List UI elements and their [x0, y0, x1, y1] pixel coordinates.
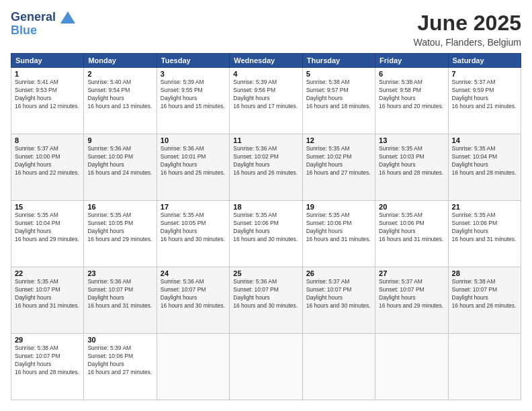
day-number: 16: [87, 203, 152, 211]
day-info: Sunrise: 5:40 AMSunset: 9:54 PMDaylight …: [87, 79, 152, 111]
day-number: 28: [452, 269, 517, 277]
weekday-header-thursday: Thursday: [302, 54, 375, 68]
day-info: Sunrise: 5:35 AMSunset: 10:06 PMDaylight…: [379, 212, 444, 244]
day-info: Sunrise: 5:39 AMSunset: 9:55 PMDaylight …: [161, 79, 226, 111]
day-number: 4: [233, 70, 298, 78]
day-info: Sunrise: 5:36 AMSunset: 10:02 PMDaylight…: [233, 145, 298, 177]
day-number: 23: [87, 269, 152, 277]
day-info: Sunrise: 5:37 AMSunset: 9:59 PMDaylight …: [452, 79, 517, 111]
day-number: 19: [306, 203, 371, 211]
table-row: 26Sunrise: 5:37 AMSunset: 10:07 PMDaylig…: [302, 267, 375, 334]
table-row: 29Sunrise: 5:38 AMSunset: 10:07 PMDaylig…: [11, 334, 84, 400]
table-row: 9Sunrise: 5:36 AMSunset: 10:00 PMDayligh…: [84, 134, 157, 201]
day-number: 13: [379, 136, 444, 144]
table-row: 22Sunrise: 5:35 AMSunset: 10:07 PMDaylig…: [11, 267, 84, 334]
day-info: Sunrise: 5:35 AMSunset: 10:06 PMDaylight…: [233, 212, 298, 244]
weekday-header-wednesday: Wednesday: [230, 54, 302, 68]
day-info: Sunrise: 5:39 AMSunset: 10:06 PMDaylight…: [87, 345, 152, 377]
day-info: Sunrise: 5:37 AMSunset: 10:00 PMDaylight…: [15, 145, 80, 177]
title-block: June 2025 Watou, Flanders, Belgium: [413, 11, 521, 48]
table-row: 12Sunrise: 5:35 AMSunset: 10:02 PMDaylig…: [302, 134, 375, 201]
table-row: 2Sunrise: 5:40 AMSunset: 9:54 PMDaylight…: [84, 68, 157, 134]
day-number: 5: [306, 70, 371, 78]
calendar: SundayMondayTuesdayWednesdayThursdayFrid…: [11, 53, 521, 400]
svg-marker-0: [60, 11, 75, 24]
table-row: 28Sunrise: 5:38 AMSunset: 10:07 PMDaylig…: [448, 267, 521, 334]
weekday-header-friday: Friday: [375, 54, 448, 68]
table-row: 14Sunrise: 5:35 AMSunset: 10:04 PMDaylig…: [448, 134, 521, 201]
day-number: 17: [161, 203, 226, 211]
table-row: 24Sunrise: 5:36 AMSunset: 10:07 PMDaylig…: [157, 267, 229, 334]
table-row: 3Sunrise: 5:39 AMSunset: 9:55 PMDaylight…: [157, 68, 229, 134]
logo-line2: Blue: [11, 24, 75, 38]
day-info: Sunrise: 5:38 AMSunset: 10:07 PMDaylight…: [452, 278, 517, 310]
day-info: Sunrise: 5:38 AMSunset: 10:07 PMDaylight…: [15, 345, 80, 377]
location-title: Watou, Flanders, Belgium: [413, 37, 521, 48]
day-info: Sunrise: 5:35 AMSunset: 10:04 PMDaylight…: [15, 212, 80, 244]
day-number: 26: [306, 269, 371, 277]
logo-line1: General: [11, 10, 56, 24]
day-number: 9: [87, 136, 152, 144]
table-row: 11Sunrise: 5:36 AMSunset: 10:02 PMDaylig…: [230, 134, 302, 201]
day-number: 15: [15, 203, 80, 211]
day-number: 21: [452, 203, 517, 211]
weekday-header-monday: Monday: [84, 54, 157, 68]
table-row: 17Sunrise: 5:35 AMSunset: 10:05 PMDaylig…: [157, 201, 229, 267]
table-row: 27Sunrise: 5:37 AMSunset: 10:07 PMDaylig…: [375, 267, 448, 334]
day-number: 29: [15, 336, 80, 344]
table-row: 25Sunrise: 5:36 AMSunset: 10:07 PMDaylig…: [230, 267, 302, 334]
table-row: [375, 334, 448, 400]
weekday-header-saturday: Saturday: [448, 54, 521, 68]
weekday-header-tuesday: Tuesday: [157, 54, 229, 68]
table-row: 5Sunrise: 5:38 AMSunset: 9:57 PMDaylight…: [302, 68, 375, 134]
day-number: 24: [161, 269, 226, 277]
table-row: 16Sunrise: 5:35 AMSunset: 10:05 PMDaylig…: [84, 201, 157, 267]
table-row: 15Sunrise: 5:35 AMSunset: 10:04 PMDaylig…: [11, 201, 84, 267]
table-row: 30Sunrise: 5:39 AMSunset: 10:06 PMDaylig…: [84, 334, 157, 400]
day-number: 12: [306, 136, 371, 144]
header: General Blue June 2025 Watou, Flanders, …: [11, 11, 521, 48]
day-number: 10: [161, 136, 226, 144]
table-row: [157, 334, 229, 400]
table-row: 19Sunrise: 5:35 AMSunset: 10:06 PMDaylig…: [302, 201, 375, 267]
table-row: 13Sunrise: 5:35 AMSunset: 10:03 PMDaylig…: [375, 134, 448, 201]
day-number: 22: [15, 269, 80, 277]
table-row: 7Sunrise: 5:37 AMSunset: 9:59 PMDaylight…: [448, 68, 521, 134]
day-info: Sunrise: 5:35 AMSunset: 10:07 PMDaylight…: [15, 278, 80, 310]
day-number: 3: [161, 70, 226, 78]
day-info: Sunrise: 5:35 AMSunset: 10:06 PMDaylight…: [306, 212, 371, 244]
day-number: 20: [379, 203, 444, 211]
weekday-header-sunday: Sunday: [11, 54, 84, 68]
day-info: Sunrise: 5:35 AMSunset: 10:06 PMDaylight…: [452, 212, 517, 244]
day-info: Sunrise: 5:41 AMSunset: 9:53 PMDaylight …: [15, 79, 80, 111]
day-info: Sunrise: 5:35 AMSunset: 10:04 PMDaylight…: [452, 145, 517, 177]
day-number: 1: [15, 70, 80, 78]
page: General Blue June 2025 Watou, Flanders, …: [0, 0, 532, 411]
table-row: 23Sunrise: 5:36 AMSunset: 10:07 PMDaylig…: [84, 267, 157, 334]
table-row: 8Sunrise: 5:37 AMSunset: 10:00 PMDayligh…: [11, 134, 84, 201]
day-number: 11: [233, 136, 298, 144]
day-info: Sunrise: 5:39 AMSunset: 9:56 PMDaylight …: [233, 79, 298, 111]
logo-text: General: [11, 11, 75, 24]
day-number: 18: [233, 203, 298, 211]
day-number: 7: [452, 70, 517, 78]
table-row: 10Sunrise: 5:36 AMSunset: 10:01 PMDaylig…: [157, 134, 229, 201]
month-title: June 2025: [413, 11, 521, 36]
day-info: Sunrise: 5:37 AMSunset: 10:07 PMDaylight…: [306, 278, 371, 310]
day-info: Sunrise: 5:36 AMSunset: 10:01 PMDaylight…: [161, 145, 226, 177]
day-info: Sunrise: 5:35 AMSunset: 10:05 PMDaylight…: [87, 212, 152, 244]
table-row: [230, 334, 302, 400]
table-row: 21Sunrise: 5:35 AMSunset: 10:06 PMDaylig…: [448, 201, 521, 267]
day-number: 8: [15, 136, 80, 144]
table-row: 20Sunrise: 5:35 AMSunset: 10:06 PMDaylig…: [375, 201, 448, 267]
day-info: Sunrise: 5:38 AMSunset: 9:57 PMDaylight …: [306, 79, 371, 111]
table-row: 4Sunrise: 5:39 AMSunset: 9:56 PMDaylight…: [230, 68, 302, 134]
day-number: 14: [452, 136, 517, 144]
day-number: 6: [379, 70, 444, 78]
day-number: 27: [379, 269, 444, 277]
day-info: Sunrise: 5:36 AMSunset: 10:07 PMDaylight…: [87, 278, 152, 310]
day-info: Sunrise: 5:38 AMSunset: 9:58 PMDaylight …: [379, 79, 444, 111]
day-number: 30: [87, 336, 152, 344]
day-info: Sunrise: 5:36 AMSunset: 10:00 PMDaylight…: [87, 145, 152, 177]
table-row: 6Sunrise: 5:38 AMSunset: 9:58 PMDaylight…: [375, 68, 448, 134]
